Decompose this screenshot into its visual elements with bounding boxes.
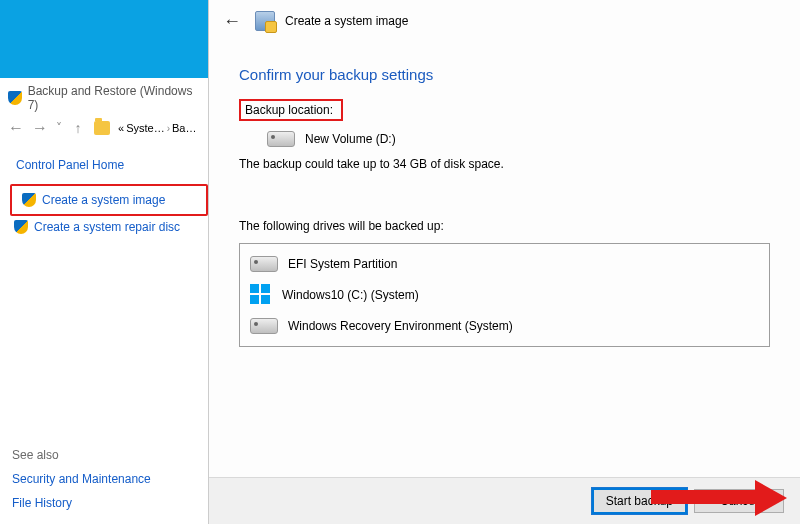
link-control-panel-home[interactable]: Control Panel Home	[10, 152, 208, 178]
address-bar: ← → ˅ ↑ « Syste… › Ba…	[0, 116, 208, 146]
drive-label: Windows Recovery Environment (System)	[288, 319, 513, 333]
highlight-create-system-image: Create a system image	[10, 184, 208, 216]
dialog-titlebar: ← Create a system image	[209, 0, 800, 42]
system-image-icon	[255, 11, 275, 31]
hard-drive-icon	[267, 131, 295, 147]
drives-list-label: The following drives will be backed up:	[239, 219, 770, 233]
annotation-arrow-icon	[651, 480, 800, 516]
link-label: Create a system repair disc	[34, 220, 180, 234]
link-file-history[interactable]: File History	[12, 496, 151, 510]
shield-icon	[22, 193, 36, 207]
breadcrumb-seg-1[interactable]: Syste…	[126, 122, 165, 134]
forward-arrow-icon[interactable]: →	[32, 120, 48, 136]
drives-list: EFI System Partition Windows10 (C:) (Sys…	[239, 243, 770, 347]
drive-label: EFI System Partition	[288, 257, 397, 271]
shield-icon	[8, 91, 22, 105]
hard-drive-icon	[250, 318, 278, 334]
dialog-body: Confirm your backup settings Backup loca…	[209, 42, 800, 477]
shield-icon	[14, 220, 28, 234]
link-create-system-image[interactable]: Create a system image	[18, 189, 200, 211]
control-panel-left: Backup and Restore (Windows 7) ← → ˅ ↑ «…	[0, 0, 209, 524]
up-arrow-icon[interactable]: ↑	[70, 120, 86, 136]
chevron-right-icon: ›	[167, 123, 170, 134]
link-create-repair-disc[interactable]: Create a system repair disc	[10, 216, 208, 238]
hard-drive-icon	[250, 256, 278, 272]
tab-title: Backup and Restore (Windows 7)	[28, 84, 202, 112]
dialog-heading: Confirm your backup settings	[239, 66, 770, 83]
dialog-footer: Start backup Cancel	[209, 477, 800, 524]
dialog-back-button[interactable]: ←	[219, 8, 245, 34]
list-item: Windows10 (C:) (System)	[246, 278, 763, 312]
tab-row: Backup and Restore (Windows 7)	[0, 78, 208, 116]
breadcrumb-prefix: «	[118, 122, 124, 134]
highlight-backup-location: Backup location:	[239, 99, 343, 121]
backup-location-label: Backup location:	[245, 103, 333, 117]
breadcrumb[interactable]: « Syste… › Ba…	[118, 122, 196, 134]
backup-target-row: New Volume (D:)	[239, 127, 770, 151]
size-note: The backup could take up to 34 GB of dis…	[239, 157, 770, 171]
breadcrumb-seg-2[interactable]: Ba…	[172, 122, 196, 134]
dialog: ← Create a system image Confirm your bac…	[209, 0, 800, 524]
windows-icon	[250, 284, 272, 306]
list-item: EFI System Partition	[246, 250, 763, 278]
folder-icon	[94, 121, 110, 135]
dialog-title: Create a system image	[285, 14, 408, 28]
see-also: See also Security and Maintenance File H…	[12, 448, 151, 510]
drive-label: Windows10 (C:) (System)	[282, 288, 419, 302]
back-arrow-icon[interactable]: ←	[8, 120, 24, 136]
list-item: Windows Recovery Environment (System)	[246, 312, 763, 340]
link-security-maintenance[interactable]: Security and Maintenance	[12, 472, 151, 486]
banner	[0, 0, 208, 78]
see-also-title: See also	[12, 448, 151, 462]
history-dropdown-icon[interactable]: ˅	[56, 121, 62, 135]
link-label: Create a system image	[42, 193, 165, 207]
backup-target: New Volume (D:)	[305, 132, 396, 146]
